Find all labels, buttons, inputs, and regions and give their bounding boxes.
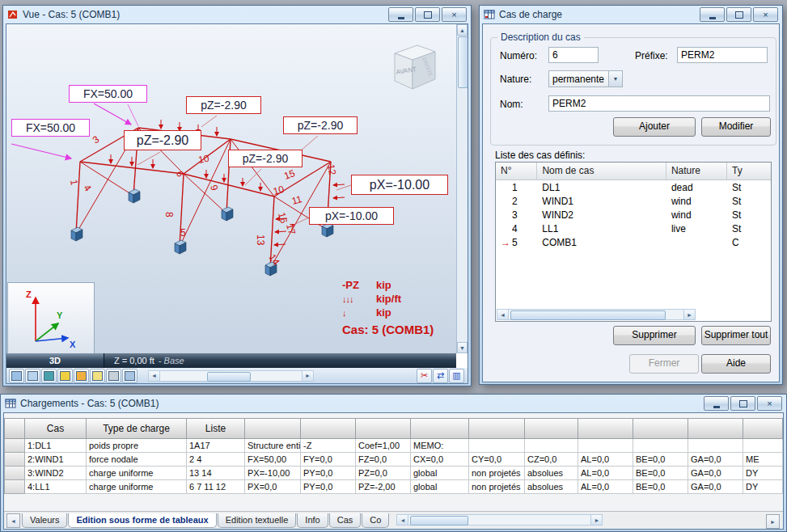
grid-cell[interactable]: FX=50,00 [245,453,301,467]
nom-field[interactable] [548,95,770,112]
sheet-tab[interactable]: Edition sous forme de tableaux [68,513,216,528]
grid-cell[interactable]: 13 14 [187,467,245,480]
scroll-down-icon[interactable]: ▼ [457,342,468,353]
close-button[interactable]: × [753,7,778,22]
sheet-tab[interactable]: Valeurs [22,513,67,528]
numero-field[interactable] [548,47,599,63]
grid-cell[interactable]: AL=0,0 [578,453,633,467]
column-header-num[interactable]: N° [496,163,537,179]
scroll-track[interactable] [408,515,590,525]
grid-cell[interactable] [688,439,743,453]
column-header-name[interactable]: Nom de cas [537,163,666,179]
grid-cell[interactable]: ME [743,453,783,467]
select-bars-icon[interactable] [25,369,40,383]
grid-cell[interactable]: 2:WIND1 [25,453,87,467]
dialog-titlebar[interactable]: Cas de charge × [480,6,782,23]
grid-cell[interactable]: GA=0,0 [688,480,743,494]
chevron-down-icon[interactable]: ▼ [608,71,622,87]
grid-corner-cell[interactable] [4,418,25,439]
scroll-up-icon[interactable]: ▲ [457,24,468,36]
scroll-track[interactable] [160,371,302,381]
ajouter-button[interactable]: Ajouter [613,117,696,137]
sheet-tab[interactable]: Cas [329,513,362,528]
case-list-row[interactable]: 4LL1liveSt [496,222,771,235]
close-button[interactable]: × [442,7,467,22]
grid-cell[interactable]: CZ=0,0 [525,453,578,467]
view-titlebar[interactable]: Vue - Cas: 5 (COMB1) × [3,6,471,23]
grid-cell[interactable]: PX=0,0 [245,480,301,494]
grid-cell[interactable]: absolues [525,467,578,480]
grid-cell[interactable]: AL=0,0 [578,480,633,494]
tab-scroll-right-icon[interactable]: ► [766,514,780,529]
sheet-tab[interactable]: Info [297,513,328,528]
grid-cell[interactable]: charge uniforme [87,467,187,480]
grid-cell[interactable]: FZ=0,0 [356,453,411,467]
grid-cell[interactable]: DY [743,480,783,494]
grid-cell[interactable]: FY=0,0 [301,453,356,467]
grid-cell[interactable]: PZ=-2,00 [356,480,411,494]
row-header[interactable] [4,453,25,467]
column-header[interactable] [356,418,411,439]
grid-cell[interactable]: 4:LL1 [25,480,87,494]
minimize-button[interactable] [700,7,725,22]
scroll-right-icon[interactable]: ► [302,371,313,381]
minimize-button[interactable] [388,7,413,22]
scroll-thumb[interactable] [410,516,468,526]
scroll-right-icon[interactable]: ► [590,515,602,525]
scroll-thumb[interactable] [207,372,251,382]
grid-cell[interactable]: 6 7 11 12 [187,480,245,494]
column-header[interactable] [578,418,633,439]
grid-cell[interactable]: poids propre [87,439,187,453]
sheet-tab[interactable]: Edition textuelle [218,513,297,528]
grid-cell[interactable]: non projetés [469,467,525,480]
grid-cell[interactable] [743,439,783,453]
grid-cell[interactable]: PY=0,0 [301,480,356,494]
column-header[interactable] [688,418,743,439]
grid-cell[interactable]: MEMO: [411,439,469,453]
grid-cell[interactable]: GA=0,0 [688,467,743,480]
scroll-left-icon[interactable]: ◄ [149,371,160,381]
prefixe-field[interactable] [677,47,768,63]
view-mode-icon[interactable] [41,369,57,383]
grid-cell[interactable]: Structure enti [245,439,301,453]
case-list-row[interactable]: 3WIND2windSt [496,208,771,222]
grid-cell[interactable]: BE=0,0 [633,480,688,494]
display-options-icon[interactable] [106,369,121,383]
column-header[interactable] [525,418,578,439]
case-list-row[interactable]: 1DL1deadSt [496,180,771,194]
scroll-left-icon[interactable]: ◄ [397,515,408,525]
column-header[interactable]: Cas [25,418,87,439]
sheet-tab[interactable]: Co [362,513,389,528]
grid-cell[interactable]: PY=0,0 [301,467,356,480]
column-header-type[interactable]: Ty [727,163,771,179]
maximize-button[interactable] [726,7,751,22]
column-header[interactable] [301,418,356,439]
grid-cell[interactable] [578,439,633,453]
select-window-icon[interactable] [9,369,24,383]
column-header[interactable] [743,418,783,439]
grid-cell[interactable]: -Z [301,439,356,453]
column-header[interactable] [411,418,469,439]
scroll-thumb[interactable] [458,36,468,88]
grid-cell[interactable]: global [411,467,469,480]
column-header[interactable]: Type de charge [87,418,187,439]
grid-cell[interactable]: CX=0,0 [411,453,469,467]
column-header[interactable] [633,418,688,439]
grid-cell[interactable]: 3:WIND2 [25,467,87,480]
grid-cell[interactable]: non projetés [469,480,525,494]
row-header[interactable] [4,439,25,453]
grid-cell[interactable]: DY [743,467,783,480]
column-header[interactable]: Liste [187,418,245,439]
grid-cell[interactable]: PZ=0,0 [356,467,411,480]
scroll-left-icon[interactable]: ◄ [497,310,509,319]
supprimer-button[interactable]: Supprimer [613,326,696,345]
maximize-button[interactable] [730,396,755,411]
view-cube[interactable]: AVANT DROITE [385,36,443,99]
scroll-right-icon[interactable]: ► [683,310,695,319]
supprimer-tout-button[interactable]: Supprimer tout [701,326,771,345]
scroll-track[interactable] [509,310,683,319]
view-horizontal-scrollbar[interactable]: ◄ ► [148,370,314,382]
tab-scroll-left-icon[interactable]: ◄ [6,513,20,528]
grid-horizontal-scrollbar[interactable]: ◄ ► [396,514,603,526]
close-button[interactable]: × [757,396,782,411]
